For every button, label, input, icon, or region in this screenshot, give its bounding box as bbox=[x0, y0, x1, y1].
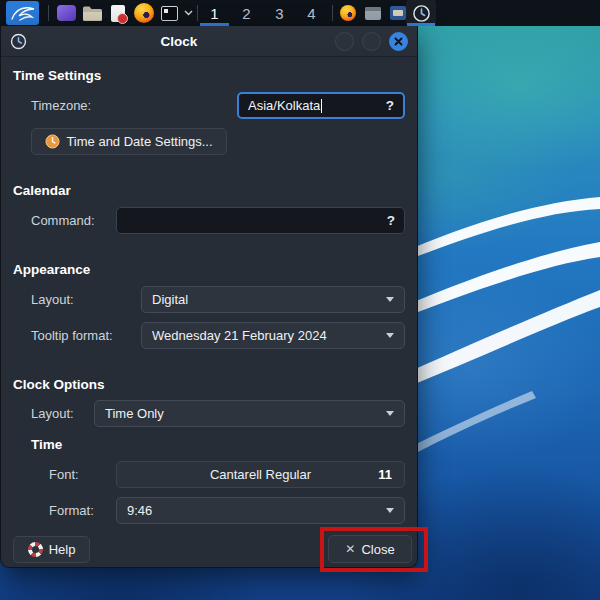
appearance-layout-dropdown[interactable]: Digital bbox=[141, 286, 405, 313]
tooltip-format-dropdown[interactable]: Wednesday 21 February 2024 bbox=[141, 322, 405, 349]
close-icon bbox=[394, 37, 403, 46]
format-value: 9:46 bbox=[127, 503, 152, 518]
help-label: Help bbox=[49, 542, 76, 557]
kali-logo-icon bbox=[11, 4, 35, 22]
minimize-button[interactable] bbox=[335, 32, 354, 51]
workspace-1-label: 1 bbox=[210, 5, 218, 22]
document-icon bbox=[111, 5, 125, 22]
time-date-settings-button[interactable]: Time and Date Settings... bbox=[31, 128, 227, 155]
panel-separator bbox=[332, 5, 333, 21]
folder-window-icon bbox=[390, 6, 406, 20]
top-panel: 1 2 3 4 bbox=[0, 0, 600, 26]
close-x-icon: ✕ bbox=[345, 542, 355, 556]
clock-settings-dialog: Clock Time Settings Timezone: Asia/Kolka… bbox=[0, 26, 418, 568]
panel-separator bbox=[48, 5, 49, 21]
help-button[interactable]: Help bbox=[13, 536, 90, 563]
time-settings-header: Time Settings bbox=[13, 68, 101, 83]
orange-clock-icon bbox=[45, 134, 60, 149]
command-label: Command: bbox=[31, 207, 95, 234]
command-input[interactable]: ? bbox=[116, 207, 405, 234]
font-button[interactable]: Cantarell Regular 11 bbox=[116, 461, 405, 488]
clock-layout-label: Layout: bbox=[31, 400, 74, 427]
calendar-header: Calendar bbox=[13, 183, 71, 198]
appearance-header: Appearance bbox=[13, 262, 90, 277]
time-date-settings-label: Time and Date Settings... bbox=[66, 134, 212, 149]
panel-separator bbox=[197, 5, 198, 21]
taskbar-window[interactable] bbox=[362, 0, 384, 26]
clock-layout-dropdown[interactable]: Time Only bbox=[94, 400, 405, 427]
clock-icon bbox=[412, 4, 431, 23]
workspace-2-label: 2 bbox=[242, 5, 250, 22]
time-subheader: Time bbox=[31, 437, 62, 452]
command-help-button[interactable]: ? bbox=[387, 213, 395, 228]
window-close-button[interactable] bbox=[389, 32, 408, 51]
text-editor-launcher[interactable] bbox=[105, 0, 131, 26]
dialog-title: Clock bbox=[1, 34, 357, 49]
chevron-down-icon bbox=[386, 297, 394, 302]
window-icon bbox=[365, 7, 381, 20]
folder-icon bbox=[82, 5, 103, 22]
appearance-layout-value: Digital bbox=[152, 292, 188, 307]
timezone-label: Timezone: bbox=[31, 92, 91, 119]
firefox-icon bbox=[340, 5, 356, 21]
kali-menu-button[interactable] bbox=[6, 1, 39, 25]
font-size: 11 bbox=[378, 467, 392, 482]
terminal-emulator-launcher[interactable] bbox=[157, 0, 181, 26]
terminal-launcher[interactable] bbox=[53, 0, 79, 26]
tooltip-format-label: Tooltip format: bbox=[31, 322, 113, 349]
format-dropdown[interactable]: 9:46 bbox=[116, 497, 405, 524]
tooltip-format-value: Wednesday 21 February 2024 bbox=[152, 328, 327, 343]
chevron-down-icon bbox=[386, 411, 394, 416]
chevron-down-icon bbox=[386, 333, 394, 338]
timezone-value: Asia/Kolkata bbox=[248, 98, 320, 113]
firefox-icon bbox=[134, 3, 154, 23]
appearance-layout-label: Layout: bbox=[31, 286, 74, 313]
chevron-down-icon bbox=[184, 10, 193, 16]
file-manager-launcher[interactable] bbox=[79, 0, 105, 26]
close-button[interactable]: ✕ Close bbox=[328, 535, 412, 563]
terminal-prompt-icon bbox=[161, 6, 178, 21]
chevron-down-icon bbox=[386, 508, 394, 513]
close-label: Close bbox=[361, 542, 394, 557]
workspace-4-label: 4 bbox=[307, 5, 315, 22]
workspace-3-label: 3 bbox=[275, 5, 283, 22]
taskbar-firefox-window[interactable] bbox=[337, 0, 359, 26]
workspace-3[interactable]: 3 bbox=[264, 0, 295, 26]
workspace-2[interactable]: 2 bbox=[231, 0, 262, 26]
timezone-input[interactable]: Asia/Kolkata ? bbox=[237, 92, 405, 119]
dialog-titlebar[interactable]: Clock bbox=[1, 26, 417, 57]
terminal-icon bbox=[57, 5, 76, 21]
workspace-4[interactable]: 4 bbox=[296, 0, 327, 26]
maximize-button[interactable] bbox=[362, 32, 381, 51]
timezone-help-button[interactable]: ? bbox=[386, 98, 394, 113]
clock-options-header: Clock Options bbox=[13, 377, 105, 392]
font-name: Cantarell Regular bbox=[210, 467, 311, 482]
text-caret bbox=[321, 99, 322, 113]
format-label: Format: bbox=[49, 497, 94, 524]
clock-layout-value: Time Only bbox=[105, 406, 164, 421]
firefox-launcher[interactable] bbox=[131, 0, 157, 26]
font-label: Font: bbox=[49, 461, 79, 488]
launcher-dropdown-arrow[interactable] bbox=[181, 0, 195, 26]
help-lifebuoy-icon bbox=[28, 542, 43, 557]
